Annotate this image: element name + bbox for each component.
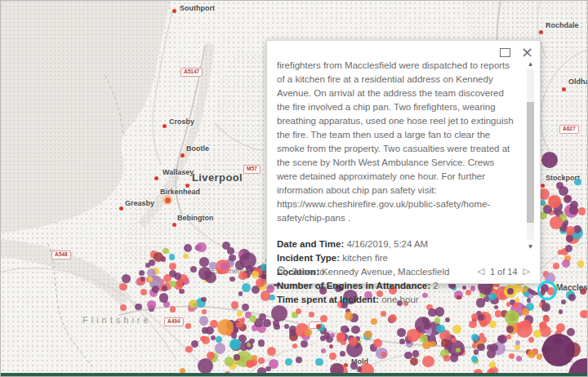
- incident-dot[interactable]: [215, 343, 225, 353]
- birkenhead-point[interactable]: [165, 197, 171, 203]
- incident-dot[interactable]: [568, 294, 576, 301]
- incident-dot[interactable]: [471, 356, 478, 362]
- incident-dot[interactable]: [522, 320, 531, 329]
- incident-dot[interactable]: [412, 350, 419, 357]
- large-incident-circle[interactable]: [542, 334, 575, 366]
- dock-icon[interactable]: [500, 48, 510, 57]
- incident-dot[interactable]: [329, 353, 336, 360]
- incident-dot[interactable]: [217, 269, 222, 274]
- incident-dot[interactable]: [163, 274, 172, 282]
- incident-dot[interactable]: [159, 293, 168, 302]
- incident-dot[interactable]: [422, 356, 434, 367]
- incident-dot[interactable]: [495, 310, 501, 317]
- incident-dot[interactable]: [237, 311, 243, 317]
- incident-dot[interactable]: [434, 317, 441, 324]
- incident-dot[interactable]: [252, 271, 259, 278]
- incident-dot[interactable]: [296, 308, 301, 314]
- incident-dot[interactable]: [407, 329, 420, 342]
- incident-dot[interactable]: [490, 344, 498, 352]
- incident-dot[interactable]: [225, 357, 234, 366]
- incident-dot[interactable]: [309, 312, 314, 317]
- incident-dot[interactable]: [201, 297, 207, 303]
- incident-dot[interactable]: [229, 255, 235, 261]
- incident-dot[interactable]: [569, 206, 577, 214]
- incident-dot[interactable]: [185, 346, 193, 353]
- incident-dot[interactable]: [315, 358, 323, 366]
- incident-dot[interactable]: [209, 262, 216, 269]
- scroll-down-icon[interactable]: ▼: [526, 243, 535, 249]
- incident-dot[interactable]: [543, 316, 550, 322]
- incident-dot[interactable]: [443, 355, 449, 361]
- incident-dot[interactable]: [199, 257, 208, 266]
- incident-dot[interactable]: [351, 326, 359, 334]
- incident-dot[interactable]: [202, 327, 207, 333]
- incident-dot[interactable]: [410, 357, 418, 366]
- incident-dot[interactable]: [122, 274, 131, 283]
- scroll-up-icon[interactable]: ▲: [526, 60, 535, 66]
- incident-dot[interactable]: [199, 316, 208, 325]
- incident-dot[interactable]: [271, 305, 287, 322]
- incident-dot[interactable]: [139, 270, 145, 276]
- incident-dot[interactable]: [183, 254, 188, 259]
- incident-dot[interactable]: [489, 361, 496, 368]
- incident-dot[interactable]: [285, 358, 292, 366]
- incident-dot[interactable]: [169, 263, 176, 270]
- incident-dot[interactable]: [184, 244, 192, 252]
- incident-dot[interactable]: [152, 286, 159, 293]
- incident-dot[interactable]: [185, 323, 190, 328]
- shield-overlap-dot[interactable]: [316, 324, 321, 329]
- incident-dot[interactable]: [148, 277, 153, 282]
- next-arrow-icon[interactable]: ▷: [523, 266, 530, 277]
- selected-highlight-ring[interactable]: [537, 281, 557, 300]
- incident-dot[interactable]: [537, 354, 542, 360]
- incident-dot[interactable]: [420, 335, 428, 343]
- incident-dot[interactable]: [350, 362, 358, 370]
- incident-dot[interactable]: [234, 354, 240, 361]
- incident-dot[interactable]: [258, 357, 265, 364]
- incident-dot[interactable]: [261, 291, 270, 300]
- incident-dot[interactable]: [211, 335, 216, 340]
- incident-dot[interactable]: [238, 272, 247, 281]
- scrollbar-thumb[interactable]: [527, 102, 534, 223]
- incident-dot[interactable]: [580, 310, 588, 318]
- popup-scrollbar[interactable]: ▲ ▼: [526, 60, 535, 249]
- incident-dot[interactable]: [242, 283, 251, 292]
- incident-dot[interactable]: [147, 300, 155, 308]
- incident-dot[interactable]: [516, 356, 522, 361]
- incident-dot[interactable]: [349, 337, 358, 346]
- incident-dot[interactable]: [231, 332, 237, 338]
- incident-dot[interactable]: [397, 328, 406, 337]
- incident-dot[interactable]: [478, 314, 483, 320]
- incident-dot[interactable]: [558, 250, 563, 255]
- incident-dot[interactable]: [567, 328, 575, 336]
- incident-dot[interactable]: [574, 179, 581, 186]
- scrollbar-track[interactable]: [527, 69, 534, 240]
- incident-dot[interactable]: [477, 344, 484, 351]
- incident-dot[interactable]: [163, 248, 168, 254]
- incident-dot[interactable]: [259, 313, 266, 321]
- incident-dot[interactable]: [191, 340, 198, 348]
- incident-dot[interactable]: [561, 299, 566, 304]
- incident-dot[interactable]: [246, 360, 254, 368]
- salmon-incident[interactable]: [548, 195, 561, 208]
- incident-dot[interactable]: [528, 350, 536, 358]
- incident-dot[interactable]: [541, 303, 550, 312]
- incident-dot[interactable]: [154, 252, 163, 262]
- incident-dot[interactable]: [135, 304, 142, 311]
- incident-dot[interactable]: [373, 339, 382, 348]
- zoom-to-button[interactable]: Zoom to: [277, 266, 324, 277]
- incident-dot[interactable]: [340, 351, 345, 357]
- incident-dot[interactable]: [235, 322, 240, 327]
- incident-dot[interactable]: [202, 309, 207, 314]
- incident-dot[interactable]: [273, 320, 279, 326]
- incident-dot[interactable]: [241, 317, 246, 322]
- incident-dot[interactable]: [553, 263, 559, 269]
- incident-dot[interactable]: [256, 278, 265, 287]
- incident-dot[interactable]: [469, 321, 477, 329]
- incident-dot[interactable]: [258, 339, 265, 346]
- incident-dot[interactable]: [249, 315, 256, 322]
- incident-dot[interactable]: [265, 366, 270, 371]
- incident-dot[interactable]: [577, 260, 585, 268]
- incident-dot[interactable]: [267, 347, 276, 356]
- incident-dot[interactable]: [381, 352, 387, 357]
